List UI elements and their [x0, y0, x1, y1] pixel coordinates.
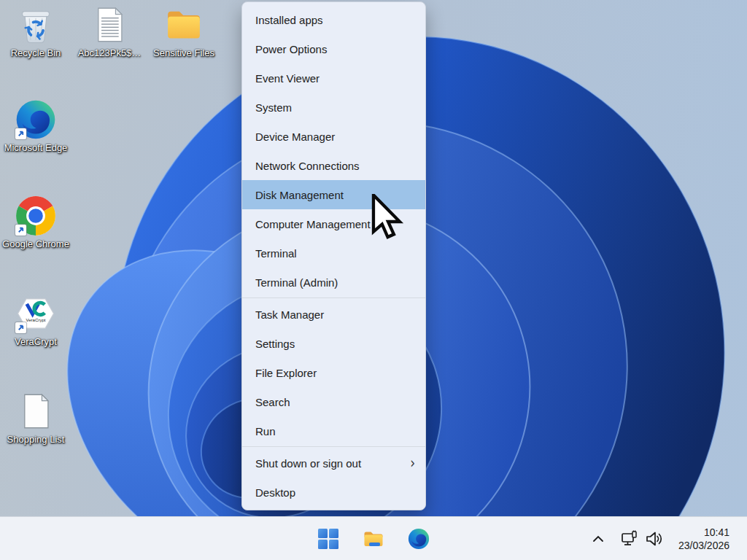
winx-item-system[interactable]: System: [242, 93, 425, 122]
menu-separator: [242, 298, 425, 298]
desktop-icon-shopping-list[interactable]: Shopping List: [0, 391, 74, 446]
winx-item-label: Installed apps: [255, 14, 323, 26]
tray-overflow-button[interactable]: [592, 534, 604, 543]
winx-item-label: Device Manager: [255, 131, 335, 143]
winx-item-desktop[interactable]: Desktop: [242, 478, 425, 507]
winx-item-power-options[interactable]: Power Options: [242, 34, 425, 63]
winx-item-event-viewer[interactable]: Event Viewer: [242, 63, 425, 93]
tray-date: 23/03/2026: [678, 539, 729, 552]
file-explorer-button[interactable]: [359, 524, 388, 553]
winx-item-label: Settings: [255, 338, 295, 350]
desktop-icon-label: Microsoft Edge: [4, 142, 68, 154]
winx-item-label: Terminal (Admin): [255, 276, 338, 289]
svg-text:VeraCrypt: VeraCrypt: [26, 317, 45, 322]
desktop-icon-recycle-bin[interactable]: Recycle Bin: [0, 4, 74, 59]
winx-item-label: Task Manager: [255, 308, 324, 321]
tray-time: 10:41: [678, 526, 729, 539]
desktop-icon-label: Google Chrome: [2, 238, 69, 250]
desktop-icon-google-chrome[interactable]: Google Chrome: [0, 195, 74, 250]
winx-item-label: Network Connections: [255, 160, 360, 172]
desktop-icon-label: Shopping List: [7, 434, 65, 446]
winx-item-run[interactable]: Run: [242, 416, 425, 446]
shortcut-arrow-icon: [15, 128, 26, 139]
winx-item-device-manager[interactable]: Device Manager: [242, 122, 425, 151]
blank-document-icon: [16, 392, 55, 431]
desktop-icon-abc123-document[interactable]: Abc123Pk5$…: [71, 4, 147, 59]
chevron-up-icon: [592, 534, 604, 543]
start-button[interactable]: [314, 524, 343, 553]
winx-item-label: Terminal: [255, 247, 297, 260]
winx-item-label: Event Viewer: [255, 72, 320, 85]
file-explorer-icon: [362, 527, 385, 551]
winx-item-label: Computer Management: [255, 218, 371, 230]
winx-item-shut-down-or-sign-out[interactable]: Shut down or sign out ›: [242, 448, 425, 478]
winx-item-label: Run: [255, 425, 276, 438]
system-tray: 10:41 23/03/2026: [592, 517, 747, 560]
mouse-cursor-icon: [371, 194, 409, 246]
speaker-icon: [645, 529, 664, 548]
desktop-icon-label: Abc123Pk5$…: [78, 47, 142, 59]
desktop-icon-microsoft-edge[interactable]: Microsoft Edge: [0, 99, 74, 154]
submenu-chevron-right-icon: ›: [410, 455, 415, 470]
desktop-icon-veracrypt[interactable]: VeraCrypt VeraCrypt: [0, 293, 74, 348]
winx-item-label: System: [255, 101, 292, 114]
winx-item-installed-apps[interactable]: Installed apps: [242, 5, 425, 34]
winx-item-label: Shut down or sign out: [255, 457, 361, 470]
winx-item-label: File Explorer: [255, 367, 317, 379]
edge-taskbar-button[interactable]: [404, 524, 433, 553]
winx-item-file-explorer[interactable]: File Explorer: [242, 358, 425, 387]
winx-item-label: Desktop: [255, 486, 295, 499]
start-icon: [317, 528, 339, 550]
recycle-bin-icon: [15, 4, 56, 45]
taskbar: 10:41 23/03/2026: [0, 516, 747, 560]
winx-item-terminal-admin[interactable]: Terminal (Admin): [242, 268, 425, 297]
ethernet-network-icon: [620, 529, 639, 548]
winx-item-label: Disk Management: [255, 189, 344, 201]
tray-clock[interactable]: 10:41 23/03/2026: [678, 526, 729, 552]
network-button[interactable]: [620, 529, 639, 548]
winx-item-label: Power Options: [255, 43, 327, 55]
winx-item-network-connections[interactable]: Network Connections: [242, 151, 425, 180]
desktop-icon-sensitive-files[interactable]: Sensitive Files: [146, 4, 222, 59]
winx-item-label: Search: [255, 396, 290, 408]
winx-menu: Installed apps Power Options Event Viewe…: [241, 1, 426, 510]
desktop-icon-label: Sensitive Files: [153, 47, 214, 59]
folder-icon: [163, 4, 204, 45]
shortcut-arrow-icon: [15, 225, 26, 236]
winx-item-task-manager[interactable]: Task Manager: [242, 300, 425, 329]
winx-item-search[interactable]: Search: [242, 387, 425, 416]
volume-button[interactable]: [645, 529, 664, 548]
winx-item-settings[interactable]: Settings: [242, 329, 425, 358]
shortcut-arrow-icon: [15, 322, 26, 333]
menu-separator: [242, 446, 425, 447]
edge-icon: [408, 528, 430, 550]
text-document-icon: [90, 5, 129, 44]
desktop-icon-label: VeraCrypt: [15, 336, 57, 348]
desktop-icon-label: Recycle Bin: [11, 47, 61, 59]
